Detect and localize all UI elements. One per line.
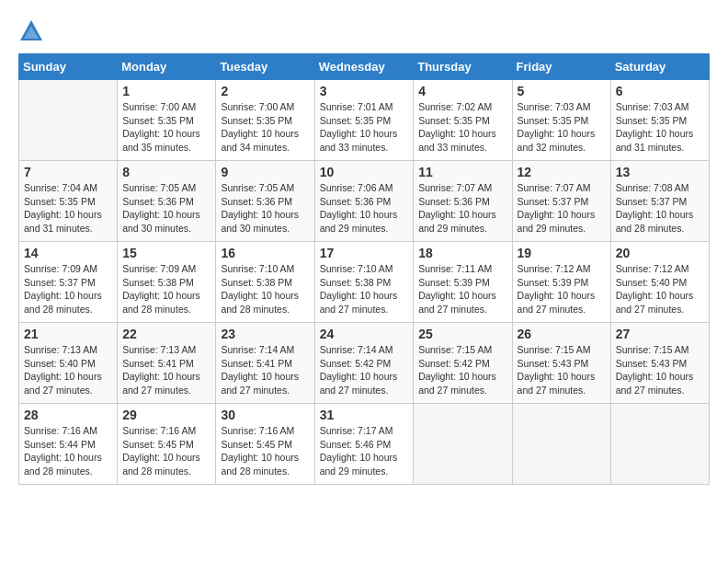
calendar-cell [19, 80, 118, 161]
calendar-cell: 19Sunrise: 7:12 AM Sunset: 5:39 PM Dayli… [512, 242, 610, 323]
day-number: 20 [616, 246, 704, 260]
day-info: Sunrise: 7:12 AM Sunset: 5:40 PM Dayligh… [616, 262, 704, 316]
column-header-monday: Monday [118, 54, 216, 80]
column-header-wednesday: Wednesday [314, 54, 414, 80]
day-number: 3 [320, 84, 409, 98]
day-number: 13 [616, 165, 704, 179]
day-number: 8 [122, 165, 210, 179]
calendar-cell: 25Sunrise: 7:15 AM Sunset: 5:42 PM Dayli… [414, 323, 512, 404]
day-info: Sunrise: 7:00 AM Sunset: 5:35 PM Dayligh… [221, 100, 309, 155]
day-info: Sunrise: 7:15 AM Sunset: 5:43 PM Dayligh… [518, 343, 606, 397]
day-info: Sunrise: 7:10 AM Sunset: 5:38 PM Dayligh… [320, 262, 409, 316]
day-info: Sunrise: 7:14 AM Sunset: 5:42 PM Dayligh… [320, 343, 409, 397]
calendar-cell: 16Sunrise: 7:10 AM Sunset: 5:38 PM Dayli… [216, 242, 314, 323]
day-info: Sunrise: 7:05 AM Sunset: 5:36 PM Dayligh… [122, 181, 210, 236]
day-info: Sunrise: 7:12 AM Sunset: 5:39 PM Dayligh… [518, 262, 606, 316]
calendar-cell: 12Sunrise: 7:07 AM Sunset: 5:37 PM Dayli… [512, 161, 610, 242]
week-row-2: 7Sunrise: 7:04 AM Sunset: 5:35 PM Daylig… [19, 161, 710, 242]
day-number: 2 [221, 84, 309, 98]
column-header-thursday: Thursday [414, 54, 512, 80]
day-number: 28 [24, 408, 112, 422]
calendar-cell: 7Sunrise: 7:04 AM Sunset: 5:35 PM Daylig… [19, 161, 118, 242]
calendar-cell: 3Sunrise: 7:01 AM Sunset: 5:35 PM Daylig… [314, 80, 414, 161]
day-info: Sunrise: 7:15 AM Sunset: 5:42 PM Dayligh… [418, 343, 506, 397]
day-info: Sunrise: 7:16 AM Sunset: 5:45 PM Dayligh… [221, 424, 309, 478]
calendar-cell: 30Sunrise: 7:16 AM Sunset: 5:45 PM Dayli… [216, 404, 314, 485]
day-info: Sunrise: 7:03 AM Sunset: 5:35 PM Dayligh… [518, 100, 606, 155]
column-header-sunday: Sunday [19, 54, 118, 80]
calendar-cell: 14Sunrise: 7:09 AM Sunset: 5:37 PM Dayli… [19, 242, 118, 323]
calendar-cell: 11Sunrise: 7:07 AM Sunset: 5:36 PM Dayli… [414, 161, 512, 242]
calendar-cell: 20Sunrise: 7:12 AM Sunset: 5:40 PM Dayli… [610, 242, 709, 323]
calendar-table: SundayMondayTuesdayWednesdayThursdayFrid… [18, 53, 710, 485]
day-info: Sunrise: 7:09 AM Sunset: 5:38 PM Dayligh… [122, 262, 210, 316]
calendar-cell: 18Sunrise: 7:11 AM Sunset: 5:39 PM Dayli… [414, 242, 512, 323]
calendar-cell: 15Sunrise: 7:09 AM Sunset: 5:38 PM Dayli… [118, 242, 216, 323]
day-info: Sunrise: 7:13 AM Sunset: 5:40 PM Dayligh… [24, 343, 112, 397]
day-number: 9 [221, 165, 309, 179]
day-info: Sunrise: 7:07 AM Sunset: 5:36 PM Dayligh… [418, 181, 506, 236]
day-number: 29 [122, 408, 210, 422]
day-number: 6 [616, 84, 704, 98]
calendar-cell: 9Sunrise: 7:05 AM Sunset: 5:36 PM Daylig… [216, 161, 314, 242]
column-header-saturday: Saturday [610, 54, 709, 80]
day-info: Sunrise: 7:15 AM Sunset: 5:43 PM Dayligh… [616, 343, 704, 397]
calendar-cell: 4Sunrise: 7:02 AM Sunset: 5:35 PM Daylig… [414, 80, 512, 161]
logo [18, 18, 48, 44]
week-row-3: 14Sunrise: 7:09 AM Sunset: 5:37 PM Dayli… [19, 242, 710, 323]
calendar-cell: 26Sunrise: 7:15 AM Sunset: 5:43 PM Dayli… [512, 323, 610, 404]
day-number: 18 [418, 246, 506, 260]
calendar-cell: 2Sunrise: 7:00 AM Sunset: 5:35 PM Daylig… [216, 80, 314, 161]
day-number: 4 [418, 84, 506, 98]
day-number: 14 [24, 246, 112, 260]
day-info: Sunrise: 7:11 AM Sunset: 5:39 PM Dayligh… [418, 262, 506, 316]
day-info: Sunrise: 7:13 AM Sunset: 5:41 PM Dayligh… [122, 343, 210, 397]
day-info: Sunrise: 7:14 AM Sunset: 5:41 PM Dayligh… [221, 343, 309, 397]
day-number: 15 [122, 246, 210, 260]
calendar-cell: 31Sunrise: 7:17 AM Sunset: 5:46 PM Dayli… [314, 404, 414, 485]
day-number: 7 [24, 165, 112, 179]
calendar-cell: 6Sunrise: 7:03 AM Sunset: 5:35 PM Daylig… [610, 80, 709, 161]
day-info: Sunrise: 7:02 AM Sunset: 5:35 PM Dayligh… [418, 100, 506, 155]
calendar-cell: 27Sunrise: 7:15 AM Sunset: 5:43 PM Dayli… [610, 323, 709, 404]
day-info: Sunrise: 7:04 AM Sunset: 5:35 PM Dayligh… [24, 181, 112, 236]
day-number: 30 [221, 408, 309, 422]
column-header-tuesday: Tuesday [216, 54, 314, 80]
column-header-friday: Friday [512, 54, 610, 80]
calendar-cell: 17Sunrise: 7:10 AM Sunset: 5:38 PM Dayli… [314, 242, 414, 323]
day-number: 21 [24, 327, 112, 341]
day-info: Sunrise: 7:10 AM Sunset: 5:38 PM Dayligh… [221, 262, 309, 316]
day-number: 17 [320, 246, 409, 260]
calendar-cell [414, 404, 512, 485]
day-number: 19 [518, 246, 606, 260]
day-info: Sunrise: 7:09 AM Sunset: 5:37 PM Dayligh… [24, 262, 112, 316]
day-number: 10 [320, 165, 409, 179]
day-number: 25 [418, 327, 506, 341]
day-number: 23 [221, 327, 309, 341]
week-row-1: 1Sunrise: 7:00 AM Sunset: 5:35 PM Daylig… [19, 80, 710, 161]
calendar-cell: 29Sunrise: 7:16 AM Sunset: 5:45 PM Dayli… [118, 404, 216, 485]
calendar-cell: 28Sunrise: 7:16 AM Sunset: 5:44 PM Dayli… [19, 404, 118, 485]
calendar-cell: 23Sunrise: 7:14 AM Sunset: 5:41 PM Dayli… [216, 323, 314, 404]
day-number: 24 [320, 327, 409, 341]
day-number: 1 [122, 84, 210, 98]
day-info: Sunrise: 7:07 AM Sunset: 5:37 PM Dayligh… [518, 181, 606, 236]
day-number: 16 [221, 246, 309, 260]
day-number: 27 [616, 327, 704, 341]
calendar-cell: 22Sunrise: 7:13 AM Sunset: 5:41 PM Dayli… [118, 323, 216, 404]
calendar-cell: 8Sunrise: 7:05 AM Sunset: 5:36 PM Daylig… [118, 161, 216, 242]
day-info: Sunrise: 7:16 AM Sunset: 5:45 PM Dayligh… [122, 424, 210, 478]
day-info: Sunrise: 7:08 AM Sunset: 5:37 PM Dayligh… [616, 181, 704, 236]
day-info: Sunrise: 7:06 AM Sunset: 5:36 PM Dayligh… [320, 181, 409, 236]
page-header [18, 18, 710, 44]
day-info: Sunrise: 7:01 AM Sunset: 5:35 PM Dayligh… [320, 100, 409, 155]
day-info: Sunrise: 7:03 AM Sunset: 5:35 PM Dayligh… [616, 100, 704, 155]
logo-icon [18, 18, 44, 44]
week-row-4: 21Sunrise: 7:13 AM Sunset: 5:40 PM Dayli… [19, 323, 710, 404]
day-number: 31 [320, 408, 409, 422]
day-number: 12 [518, 165, 606, 179]
calendar-cell: 1Sunrise: 7:00 AM Sunset: 5:35 PM Daylig… [118, 80, 216, 161]
day-info: Sunrise: 7:17 AM Sunset: 5:46 PM Dayligh… [320, 424, 409, 478]
calendar-cell: 10Sunrise: 7:06 AM Sunset: 5:36 PM Dayli… [314, 161, 414, 242]
day-number: 26 [518, 327, 606, 341]
